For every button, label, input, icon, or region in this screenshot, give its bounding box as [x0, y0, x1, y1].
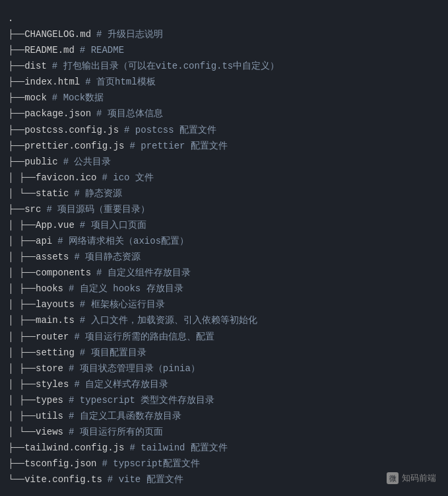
tree-prefix: │ ├── — [8, 329, 36, 345]
file-name: styles — [36, 376, 69, 392]
file-name: vite.config.ts — [24, 472, 102, 487]
tree-prefix: │ ├── — [8, 249, 36, 265]
tree-prefix: └── — [8, 472, 24, 487]
tree-row: │ ├── types# typescript 类型文件存放目录 — [8, 392, 440, 408]
file-name: assets — [36, 249, 69, 265]
file-name: static — [36, 186, 69, 201]
tree-prefix: ├── — [8, 90, 24, 106]
tree-prefix: │ ├── — [8, 233, 36, 249]
file-name: public — [24, 154, 57, 170]
tree-prefix: │ ├── — [8, 297, 36, 312]
file-name: hooks — [36, 281, 63, 297]
file-comment: # 公共目录 — [63, 154, 440, 170]
file-name: tailwind.config.js — [24, 440, 124, 456]
tree-row: │ └── static# 静态资源 — [8, 186, 440, 201]
file-comment: # typscript配置文件 — [102, 456, 440, 472]
file-name: postcss.config.js — [24, 122, 119, 138]
tree-prefix: │ ├── — [8, 408, 36, 424]
tree-prefix: ├── — [8, 201, 24, 217]
file-comment: # 项目状态管理目录（pinia） — [69, 361, 440, 376]
file-comment: # prettier 配置文件 — [129, 138, 440, 154]
tree-prefix: ├── — [8, 58, 24, 74]
file-comment: # tailwind 配置文件 — [129, 440, 440, 456]
tree-prefix: │ ├── — [8, 345, 36, 361]
file-name: CHANGELOG.md — [24, 26, 91, 42]
tree-row: │ ├── App.vue# 项目入口页面 — [8, 217, 440, 233]
file-name: tsconfig.json — [24, 456, 96, 472]
tree-prefix: │ ├── — [8, 392, 36, 408]
file-name: types — [36, 392, 63, 408]
watermark: 微 知码前端 — [387, 472, 436, 484]
tree-row: ├── public# 公共目录 — [8, 154, 440, 170]
file-name: index.html — [24, 74, 80, 90]
tree-row: │ ├── layouts# 框架核心运行目录 — [8, 297, 440, 312]
file-comment: # 静态资源 — [74, 186, 440, 201]
tree-prefix: │ ├── — [8, 361, 36, 376]
file-name: setting — [36, 345, 75, 361]
tree-row: │ ├── hooks# 自定义 hooks 存放目录 — [8, 281, 440, 297]
tree-row: ├── README.md# README — [8, 42, 440, 58]
file-comment: # 自定义组件存放目录 — [96, 265, 440, 281]
root-dot: . — [8, 11, 13, 26]
file-comment: # 自定义工具函数存放目录 — [69, 408, 440, 424]
file-name: router — [36, 329, 69, 345]
file-comment: # 自定义样式存放目录 — [74, 376, 440, 392]
tree-row: │ ├── assets# 项目静态资源 — [8, 249, 440, 265]
file-name: src — [24, 201, 41, 217]
tree-row: │ ├── api# 网络请求相关（axios配置） — [8, 233, 440, 249]
file-comment: # 升级日志说明 — [96, 26, 440, 42]
file-comment: # 项目静态资源 — [74, 249, 440, 265]
file-name: package.json — [24, 106, 91, 122]
tree-prefix: ├── — [8, 138, 24, 154]
file-comment: # 自定义 hooks 存放目录 — [69, 281, 440, 297]
file-name: mock — [24, 90, 47, 106]
file-comment: # 框架核心运行目录 — [80, 297, 440, 312]
tree-row: │ ├── store# 项目状态管理目录（pinia） — [8, 361, 440, 376]
tree-prefix: ├── — [8, 26, 24, 42]
file-name: components — [36, 265, 91, 281]
file-name: utils — [36, 408, 63, 424]
file-name: views — [36, 424, 63, 440]
file-name: layouts — [36, 297, 75, 312]
file-comment: # 项目源码（重要目录） — [46, 201, 440, 217]
tree-prefix: │ ├── — [8, 170, 36, 186]
tree-prefix: ├── — [8, 440, 24, 456]
tree-row: ├── CHANGELOG.md# 升级日志说明 — [8, 26, 440, 42]
tree-prefix: │ └── — [8, 186, 36, 201]
tree-prefix: ├── — [8, 74, 24, 90]
file-tree: .├── CHANGELOG.md# 升级日志说明├── README.md# … — [8, 11, 440, 487]
tree-row: └── vite.config.ts# vite 配置文件 — [8, 472, 440, 487]
file-comment: # 项目运行所有的页面 — [69, 424, 440, 440]
tree-row: ├── prettier.config.js# prettier 配置文件 — [8, 138, 440, 154]
file-comment: # 首页html模板 — [85, 74, 440, 90]
file-comment: # README — [80, 42, 440, 58]
wechat-icon: 微 — [387, 472, 399, 484]
tree-row: ├── index.html# 首页html模板 — [8, 74, 440, 90]
tree-prefix: │ └── — [8, 424, 36, 440]
file-name: prettier.config.js — [24, 138, 124, 154]
file-name: App.vue — [36, 217, 75, 233]
file-name: favicon.ico — [36, 170, 96, 186]
file-comment: # 网络请求相关（axios配置） — [57, 233, 440, 249]
tree-row: │ ├── utils# 自定义工具函数存放目录 — [8, 408, 440, 424]
tree-row: │ ├── router# 项目运行所需的路由信息、配置 — [8, 329, 440, 345]
file-comment: # postcss 配置文件 — [124, 122, 440, 138]
tree-prefix: │ ├── — [8, 312, 36, 328]
tree-row: ├── tsconfig.json# typscript配置文件 — [8, 456, 440, 472]
tree-row: │ ├── components# 自定义组件存放目录 — [8, 265, 440, 281]
tree-prefix: │ ├── — [8, 217, 36, 233]
tree-row: ├── package.json# 项目总体信息 — [8, 106, 440, 122]
tree-prefix: │ ├── — [8, 265, 36, 281]
tree-row: ├── mock# Mock数据 — [8, 90, 440, 106]
tree-row: ├── postcss.config.js# postcss 配置文件 — [8, 122, 440, 138]
tree-row: │ ├── setting# 项目配置目录 — [8, 345, 440, 361]
file-name: README.md — [24, 42, 75, 58]
tree-prefix: │ ├── — [8, 281, 36, 297]
tree-row: ├── tailwind.config.js# tailwind 配置文件 — [8, 440, 440, 456]
file-comment: # 打包输出目录（可以在vite.config.ts中自定义） — [52, 58, 440, 74]
tree-prefix: │ ├── — [8, 376, 36, 392]
tree-prefix: ├── — [8, 106, 24, 122]
file-comment: # Mock数据 — [52, 90, 440, 106]
tree-prefix: ├── — [8, 456, 24, 472]
watermark-label: 知码前端 — [402, 472, 436, 484]
